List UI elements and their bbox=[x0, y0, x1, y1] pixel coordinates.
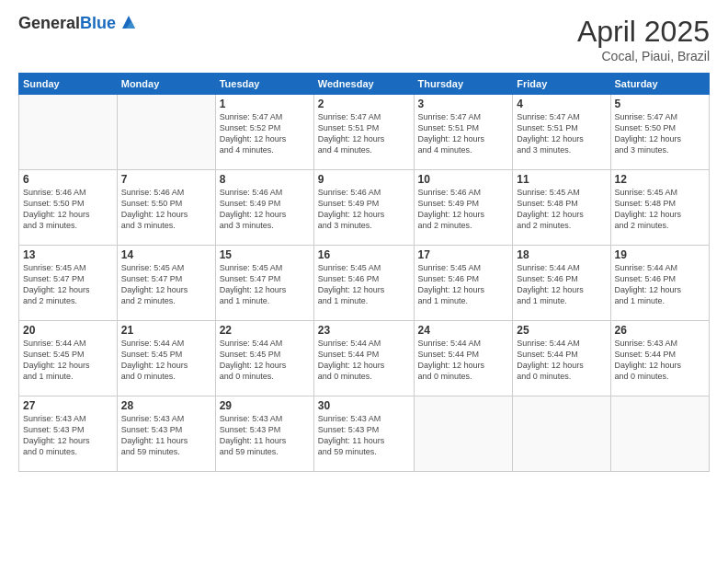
cell-content: Sunrise: 5:46 AM Sunset: 5:49 PM Dayligh… bbox=[318, 187, 410, 232]
cell-content: Sunrise: 5:44 AM Sunset: 5:45 PM Dayligh… bbox=[220, 338, 310, 383]
calendar-header-row: Sunday Monday Tuesday Wednesday Thursday… bbox=[19, 74, 710, 95]
cell-content: Sunrise: 5:43 AM Sunset: 5:43 PM Dayligh… bbox=[318, 413, 410, 458]
table-row: 3Sunrise: 5:47 AM Sunset: 5:51 PM Daylig… bbox=[414, 95, 513, 170]
table-row: 27Sunrise: 5:43 AM Sunset: 5:43 PM Dayli… bbox=[19, 396, 118, 472]
cell-content: Sunrise: 5:46 AM Sunset: 5:50 PM Dayligh… bbox=[23, 187, 113, 232]
cell-content: Sunrise: 5:44 AM Sunset: 5:46 PM Dayligh… bbox=[615, 262, 705, 307]
cell-content: Sunrise: 5:44 AM Sunset: 5:44 PM Dayligh… bbox=[517, 338, 606, 383]
cell-content: Sunrise: 5:44 AM Sunset: 5:45 PM Dayligh… bbox=[121, 338, 211, 383]
cell-content: Sunrise: 5:43 AM Sunset: 5:43 PM Dayligh… bbox=[220, 413, 310, 458]
day-number: 18 bbox=[517, 248, 606, 261]
table-row: 16Sunrise: 5:45 AM Sunset: 5:46 PM Dayli… bbox=[313, 246, 414, 321]
calendar-week-row: 1Sunrise: 5:47 AM Sunset: 5:52 PM Daylig… bbox=[19, 95, 710, 170]
cell-content: Sunrise: 5:44 AM Sunset: 5:46 PM Dayligh… bbox=[517, 262, 606, 307]
col-sunday: Sunday bbox=[19, 74, 118, 95]
day-number: 1 bbox=[220, 98, 310, 110]
page: GeneralBlue April 2025 Cocal, Piaui, Bra… bbox=[0, 0, 728, 563]
day-number: 8 bbox=[220, 173, 310, 186]
day-number: 11 bbox=[517, 173, 606, 186]
table-row: 4Sunrise: 5:47 AM Sunset: 5:51 PM Daylig… bbox=[513, 95, 610, 170]
logo-blue-text: Blue bbox=[80, 14, 116, 32]
table-row: 14Sunrise: 5:45 AM Sunset: 5:47 PM Dayli… bbox=[117, 246, 215, 321]
table-row bbox=[19, 95, 118, 170]
table-row bbox=[513, 396, 610, 472]
day-number: 26 bbox=[615, 324, 705, 337]
cell-content: Sunrise: 5:43 AM Sunset: 5:43 PM Dayligh… bbox=[121, 413, 211, 458]
cell-content: Sunrise: 5:45 AM Sunset: 5:46 PM Dayligh… bbox=[318, 262, 410, 307]
col-wednesday: Wednesday bbox=[313, 74, 414, 95]
cell-content: Sunrise: 5:45 AM Sunset: 5:47 PM Dayligh… bbox=[121, 262, 211, 307]
cell-content: Sunrise: 5:47 AM Sunset: 5:51 PM Dayligh… bbox=[517, 111, 606, 156]
col-saturday: Saturday bbox=[610, 74, 709, 95]
day-number: 5 bbox=[615, 98, 705, 110]
logo-icon bbox=[119, 12, 139, 32]
cell-content: Sunrise: 5:44 AM Sunset: 5:44 PM Dayligh… bbox=[318, 338, 410, 383]
day-number: 20 bbox=[23, 324, 113, 337]
day-number: 22 bbox=[220, 324, 310, 337]
cell-content: Sunrise: 5:45 AM Sunset: 5:47 PM Dayligh… bbox=[220, 262, 310, 307]
col-friday: Friday bbox=[513, 74, 610, 95]
location-text: Cocal, Piaui, Brazil bbox=[577, 49, 710, 63]
table-row: 19Sunrise: 5:44 AM Sunset: 5:46 PM Dayli… bbox=[610, 246, 709, 321]
table-row: 24Sunrise: 5:44 AM Sunset: 5:44 PM Dayli… bbox=[414, 321, 513, 396]
day-number: 3 bbox=[418, 98, 509, 110]
day-number: 10 bbox=[418, 173, 509, 186]
day-number: 4 bbox=[517, 98, 606, 110]
cell-content: Sunrise: 5:46 AM Sunset: 5:50 PM Dayligh… bbox=[121, 187, 211, 232]
calendar-table: Sunday Monday Tuesday Wednesday Thursday… bbox=[18, 73, 710, 472]
day-number: 25 bbox=[517, 324, 606, 337]
cell-content: Sunrise: 5:47 AM Sunset: 5:51 PM Dayligh… bbox=[318, 111, 410, 156]
cell-content: Sunrise: 5:46 AM Sunset: 5:49 PM Dayligh… bbox=[220, 187, 310, 232]
day-number: 2 bbox=[318, 98, 410, 110]
table-row: 30Sunrise: 5:43 AM Sunset: 5:43 PM Dayli… bbox=[313, 396, 414, 472]
calendar-week-row: 6Sunrise: 5:46 AM Sunset: 5:50 PM Daylig… bbox=[19, 170, 710, 246]
table-row: 29Sunrise: 5:43 AM Sunset: 5:43 PM Dayli… bbox=[215, 396, 313, 472]
table-row: 18Sunrise: 5:44 AM Sunset: 5:46 PM Dayli… bbox=[513, 246, 610, 321]
day-number: 17 bbox=[418, 248, 509, 261]
table-row: 26Sunrise: 5:43 AM Sunset: 5:44 PM Dayli… bbox=[610, 321, 709, 396]
table-row: 8Sunrise: 5:46 AM Sunset: 5:49 PM Daylig… bbox=[215, 170, 313, 246]
table-row bbox=[117, 95, 215, 170]
col-thursday: Thursday bbox=[414, 74, 513, 95]
table-row bbox=[414, 396, 513, 472]
logo: GeneralBlue bbox=[18, 15, 139, 33]
day-number: 7 bbox=[121, 173, 211, 186]
month-year-title: April 2025 bbox=[577, 15, 710, 49]
table-row: 7Sunrise: 5:46 AM Sunset: 5:50 PM Daylig… bbox=[117, 170, 215, 246]
day-number: 30 bbox=[318, 399, 410, 412]
day-number: 21 bbox=[121, 324, 211, 337]
cell-content: Sunrise: 5:45 AM Sunset: 5:47 PM Dayligh… bbox=[23, 262, 113, 307]
cell-content: Sunrise: 5:46 AM Sunset: 5:49 PM Dayligh… bbox=[418, 187, 509, 232]
table-row bbox=[610, 396, 709, 472]
day-number: 6 bbox=[23, 173, 113, 186]
day-number: 13 bbox=[23, 248, 113, 261]
calendar-week-row: 20Sunrise: 5:44 AM Sunset: 5:45 PM Dayli… bbox=[19, 321, 710, 396]
table-row: 11Sunrise: 5:45 AM Sunset: 5:48 PM Dayli… bbox=[513, 170, 610, 246]
day-number: 19 bbox=[615, 248, 705, 261]
cell-content: Sunrise: 5:45 AM Sunset: 5:48 PM Dayligh… bbox=[517, 187, 606, 232]
table-row: 17Sunrise: 5:45 AM Sunset: 5:46 PM Dayli… bbox=[414, 246, 513, 321]
table-row: 13Sunrise: 5:45 AM Sunset: 5:47 PM Dayli… bbox=[19, 246, 118, 321]
table-row: 1Sunrise: 5:47 AM Sunset: 5:52 PM Daylig… bbox=[215, 95, 313, 170]
table-row: 25Sunrise: 5:44 AM Sunset: 5:44 PM Dayli… bbox=[513, 321, 610, 396]
col-tuesday: Tuesday bbox=[215, 74, 313, 95]
day-number: 16 bbox=[318, 248, 410, 261]
table-row: 22Sunrise: 5:44 AM Sunset: 5:45 PM Dayli… bbox=[215, 321, 313, 396]
table-row: 6Sunrise: 5:46 AM Sunset: 5:50 PM Daylig… bbox=[19, 170, 118, 246]
table-row: 9Sunrise: 5:46 AM Sunset: 5:49 PM Daylig… bbox=[313, 170, 414, 246]
cell-content: Sunrise: 5:43 AM Sunset: 5:43 PM Dayligh… bbox=[23, 413, 113, 458]
table-row: 15Sunrise: 5:45 AM Sunset: 5:47 PM Dayli… bbox=[215, 246, 313, 321]
day-number: 24 bbox=[418, 324, 509, 337]
day-number: 27 bbox=[23, 399, 113, 412]
cell-content: Sunrise: 5:44 AM Sunset: 5:44 PM Dayligh… bbox=[418, 338, 509, 383]
table-row: 10Sunrise: 5:46 AM Sunset: 5:49 PM Dayli… bbox=[414, 170, 513, 246]
day-number: 29 bbox=[220, 399, 310, 412]
cell-content: Sunrise: 5:47 AM Sunset: 5:51 PM Dayligh… bbox=[418, 111, 509, 156]
cell-content: Sunrise: 5:47 AM Sunset: 5:52 PM Dayligh… bbox=[220, 111, 310, 156]
day-number: 23 bbox=[318, 324, 410, 337]
logo-general-text: General bbox=[18, 14, 80, 32]
day-number: 28 bbox=[121, 399, 211, 412]
calendar-week-row: 27Sunrise: 5:43 AM Sunset: 5:43 PM Dayli… bbox=[19, 396, 710, 472]
table-row: 28Sunrise: 5:43 AM Sunset: 5:43 PM Dayli… bbox=[117, 396, 215, 472]
table-row: 20Sunrise: 5:44 AM Sunset: 5:45 PM Dayli… bbox=[19, 321, 118, 396]
